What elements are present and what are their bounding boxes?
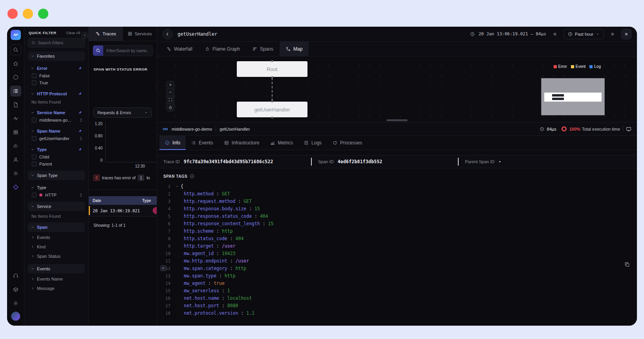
shift-range-forward-button[interactable] [608, 29, 617, 39]
trace-filter-input[interactable] [103, 48, 152, 53]
collapse-json-button[interactable] [175, 184, 179, 188]
shift-range-back-button[interactable] [550, 29, 560, 39]
tab-info[interactable]: Info [159, 136, 186, 150]
collapsed-section-events-name[interactable]: Events Name [28, 274, 85, 284]
pin-icon[interactable] [78, 111, 82, 115]
rail-search-button[interactable] [10, 44, 21, 55]
zoom-window-button[interactable] [38, 9, 48, 19]
tab-logs[interactable]: Logs [298, 136, 327, 150]
info-icon[interactable] [190, 174, 194, 179]
chart-metric-select[interactable]: Requests & Errors [93, 108, 152, 118]
checkbox[interactable] [32, 73, 37, 78]
rail-package-button[interactable] [10, 284, 21, 295]
filter-option-parent[interactable]: Parent [28, 160, 85, 168]
collapsed-section-span-status[interactable]: Span Status [28, 252, 85, 261]
trace-id-value[interactable]: 9fc78a39e3491f4bd43d95b71686c522 [184, 159, 273, 164]
filter-option-false[interactable]: False [28, 72, 85, 79]
app-logo[interactable] [11, 30, 21, 40]
close-window-button[interactable] [7, 9, 18, 19]
map-node-root[interactable]: Root [237, 61, 307, 77]
copy-json-button[interactable] [624, 262, 630, 267]
rail-docs-button[interactable] [10, 99, 21, 110]
checkbox[interactable] [32, 136, 37, 141]
rail-support-button[interactable] [10, 270, 21, 281]
checkbox[interactable] [32, 80, 37, 85]
tab-events[interactable]: Events [186, 136, 219, 150]
section-span[interactable]: Span [28, 222, 85, 232]
section-service-name[interactable]: Service Name [28, 109, 85, 117]
lock-view-button[interactable] [167, 104, 174, 111]
collapse-sidebar-button[interactable] [81, 32, 88, 39]
rail-integrations-button[interactable] [10, 182, 21, 193]
checkbox[interactable] [32, 193, 37, 197]
checkbox[interactable] [32, 118, 37, 122]
column-date[interactable]: Date [89, 199, 142, 203]
rail-traces-button[interactable] [10, 86, 21, 97]
section-http-protocol[interactable]: HTTP Protocol [28, 90, 85, 98]
minimize-window-button[interactable] [23, 9, 33, 19]
column-type[interactable]: Type [142, 199, 151, 203]
tab-waterfall[interactable]: Waterfall [160, 42, 199, 56]
checkbox[interactable] [32, 162, 37, 166]
trace-row[interactable]: 20 Jan 13:06:19.021 [89, 205, 157, 217]
section-favorites[interactable]: Favorites [28, 51, 85, 61]
tab-map[interactable]: Map [280, 42, 309, 56]
rail-containers-button[interactable] [10, 140, 21, 151]
section-error[interactable]: Error [28, 64, 85, 72]
pin-icon[interactable] [78, 129, 82, 133]
section-span-name[interactable]: Span Name [28, 127, 85, 135]
section-span-type[interactable]: Span Type [28, 171, 85, 180]
zoom-in-button[interactable] [167, 81, 174, 89]
back-button[interactable] [163, 29, 173, 39]
tab-spans[interactable]: Spans [246, 42, 280, 56]
clear-all-button[interactable]: Clear All [66, 31, 80, 35]
pin-icon[interactable] [78, 92, 82, 96]
pin-icon[interactable] [78, 148, 82, 151]
section-service[interactable]: Service [28, 202, 85, 211]
filter-option-true[interactable]: True [28, 79, 85, 86]
span-tags-json[interactable]: 1 { 2http.method : GET 3http.request.met… [157, 182, 637, 326]
tag-settings-button[interactable] [160, 265, 166, 271]
section-type-2[interactable]: Type [28, 184, 85, 191]
tab-flame-graph[interactable]: Flame Graph [199, 42, 246, 56]
filter-option-middleware-go-demo[interactable]: middleware-go... 1 [28, 117, 85, 124]
rail-rum-button[interactable] [10, 154, 21, 165]
rail-settings-button[interactable] [10, 168, 21, 179]
breadcrumb-span[interactable]: getUserHandler [220, 127, 250, 131]
filter-option-http[interactable]: HTTP 1 [28, 191, 85, 199]
collapsed-section-events[interactable]: Events [28, 233, 85, 242]
resize-handle[interactable] [386, 119, 408, 121]
breadcrumb-service[interactable]: middleware-go-demo [172, 127, 212, 131]
tab-infrastructure[interactable]: Infrastructure [219, 136, 265, 150]
tab-metrics[interactable]: Metrics [265, 136, 298, 150]
monitor-icon[interactable] [626, 126, 631, 132]
span-id-value[interactable]: 4ed6f2b81f3db552 [338, 159, 382, 164]
rail-infrastructure-button[interactable] [10, 72, 21, 83]
tab-processes[interactable]: Processes [327, 136, 368, 150]
search-filters-box[interactable] [28, 38, 85, 47]
trace-filter-box[interactable] [93, 45, 153, 56]
section-type[interactable]: Type [28, 146, 85, 153]
map-node-getuserhandler[interactable]: getUserHandler [237, 102, 307, 117]
tab-traces[interactable]: Traces [89, 27, 123, 41]
collapsed-section-message[interactable]: Message [28, 284, 85, 293]
map-minimap[interactable] [541, 78, 605, 115]
filter-option-child[interactable]: Child [28, 153, 85, 160]
filter-option-getuserhandler[interactable]: getUserHandler 1 [28, 135, 85, 142]
rail-home-button[interactable] [10, 58, 21, 69]
pin-icon[interactable] [78, 66, 82, 70]
collapsed-section-kind[interactable]: Kind [28, 242, 85, 252]
rail-preferences-button[interactable] [10, 298, 21, 309]
rail-dashboards-button[interactable] [10, 127, 21, 138]
checkbox[interactable] [32, 155, 37, 159]
user-avatar[interactable] [11, 312, 20, 321]
span-map-canvas[interactable]: Error Event Log Root getUserHandler [157, 56, 637, 122]
zoom-out-button[interactable] [167, 89, 174, 96]
section-events[interactable]: Events [28, 264, 85, 273]
search-filters-input[interactable] [38, 40, 81, 45]
tab-services[interactable]: Services [123, 27, 157, 41]
time-range-select[interactable]: Past hour [564, 29, 604, 39]
rail-apm-button[interactable] [10, 113, 21, 124]
fit-view-button[interactable] [167, 96, 174, 104]
close-detail-button[interactable] [621, 29, 631, 39]
